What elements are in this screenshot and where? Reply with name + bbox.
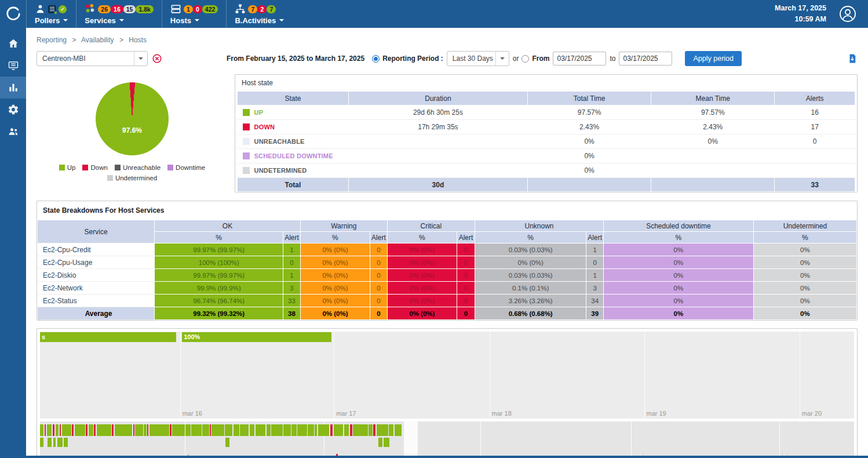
from-label: From — [532, 54, 549, 63]
sidebar-item-home[interactable] — [0, 32, 26, 54]
breadcrumb-separator: > — [119, 36, 123, 44]
state-label: UNREACHABLE — [254, 138, 305, 145]
warning-pct-cell: 0% (0%) — [300, 295, 370, 307]
centreon-logo-icon — [6, 6, 21, 21]
overview-bar — [53, 438, 56, 447]
or-label: or — [513, 54, 519, 63]
col-critical: Critical — [387, 220, 475, 232]
menu-services[interactable]: 2616151.8k Services — [76, 0, 162, 28]
service-cell: Ec2-Status — [38, 295, 155, 307]
breadcrumb-hosts[interactable]: Hosts — [129, 36, 147, 44]
overview-bar — [89, 424, 93, 436]
critical-alert-cell: 0 — [457, 295, 475, 307]
centreon-logo[interactable] — [0, 0, 26, 28]
export-icon[interactable] — [847, 53, 858, 64]
user-menu[interactable] — [826, 0, 868, 28]
downtime-pct-cell: 0% — [604, 295, 754, 307]
sidebar-item-configuration[interactable] — [0, 99, 26, 121]
menu-business-activities[interactable]: 727 B.Activities — [226, 0, 292, 28]
gridline — [490, 332, 490, 419]
state-label: DOWN — [254, 123, 275, 130]
overview-bar — [234, 424, 239, 436]
status-badge: 7 — [248, 5, 257, 13]
apply-period-button[interactable]: Apply period — [685, 51, 742, 66]
ok-alert-cell: 1 — [283, 269, 301, 282]
overview-bar — [40, 438, 43, 447]
service-cell: Ec2-Cpu-Credit — [38, 243, 155, 256]
status-badge: 26 — [98, 5, 111, 13]
select-caret-icon — [134, 52, 147, 66]
business-activities-icon — [235, 3, 246, 14]
legend-swatch — [115, 165, 121, 170]
from-date-input[interactable] — [553, 52, 606, 66]
overview-bar — [112, 424, 114, 436]
overview-bar — [47, 424, 52, 436]
sidebar-item-reporting[interactable] — [0, 77, 26, 99]
menu-pollers[interactable]: ✓ Pollers — [26, 0, 76, 28]
chevron-down-icon — [195, 19, 199, 24]
gridline — [644, 332, 645, 419]
sidebar-item-monitoring[interactable] — [0, 54, 26, 77]
availability-overview-chart[interactable]: fevmaravrmaijui — [40, 421, 854, 458]
reporting-period-radio[interactable] — [372, 55, 380, 63]
overview-bar — [211, 424, 224, 436]
reporting-icon — [8, 82, 19, 93]
legend-swatch — [167, 165, 173, 170]
period-select[interactable]: Last 30 Days — [447, 51, 509, 66]
state-cell: UP — [238, 106, 349, 120]
warning-pct-cell: 0% (0%) — [300, 282, 370, 295]
unknown-pct-cell: 0.03% (0.03%) — [475, 243, 586, 256]
poller-latency-ok-icon: ✓ — [59, 5, 67, 13]
gear-icon — [8, 104, 19, 115]
overview-bar — [271, 424, 283, 436]
custom-period-radio[interactable] — [521, 55, 529, 63]
overview-bar — [318, 424, 330, 436]
col-state: State — [238, 92, 349, 106]
breakdown-service-row: Ec2-Status96.74% (96.74%)330% (0%)00% (0… — [38, 295, 857, 307]
critical-pct-cell: 0% (0%) — [387, 307, 457, 320]
alerts-cell — [775, 163, 855, 178]
overview-bar — [75, 424, 85, 436]
menu-services-label: Services — [85, 16, 116, 25]
sidebar-item-administration[interactable] — [0, 121, 26, 143]
breakdown-average-row: Average99.32% (99.32%)380% (0%)00% (0%)0… — [38, 307, 857, 320]
subcol-pct: % — [155, 232, 283, 243]
menu-hosts[interactable]: 10422 Hosts — [162, 0, 227, 28]
col-scheduled-downtime: Scheduled downtime — [604, 220, 754, 232]
legend-swatch — [59, 165, 65, 170]
downtime-pct-cell: 0% — [604, 256, 754, 269]
unknown-alert-cell: 34 — [586, 295, 604, 307]
breadcrumb-reporting[interactable]: Reporting — [37, 36, 67, 44]
overview-bar — [225, 424, 232, 436]
status-badge: 0 — [193, 5, 202, 13]
subcol-alert: Alert — [283, 232, 301, 243]
breadcrumb-availability[interactable]: Availability — [81, 36, 114, 44]
availability-pie-chart: 97.6% — [96, 82, 169, 155]
duration-cell — [348, 135, 527, 149]
overview-bar — [172, 424, 185, 436]
warning-pct-cell: 0% (0%) — [300, 256, 370, 269]
ok-alert-cell: 33 — [283, 295, 301, 307]
ok-pct-cell: 96.74% (96.74%) — [155, 295, 283, 307]
breakdown-service-row: Ec2-Diskio99.97% (99.97%)10% (0%)00% (0%… — [38, 269, 857, 282]
duration-cell — [348, 163, 527, 178]
service-cell: Ec2-Network — [38, 282, 155, 295]
col-warning: Warning — [300, 220, 387, 232]
overview-bar — [149, 424, 169, 436]
main-content: Reporting > Availability > Hosts Centreo… — [26, 0, 868, 458]
overview-bar — [144, 424, 147, 436]
x-axis-label: mar 16 — [183, 410, 202, 417]
downtime-pct-cell: 0% — [604, 243, 754, 256]
alerts-cell: 16 — [775, 106, 855, 120]
pollers-icon — [35, 3, 46, 14]
state-cell: DOWN — [238, 120, 349, 135]
services-badges: 2616151.8k — [98, 5, 154, 13]
to-date-input[interactable] — [619, 52, 672, 66]
availability-timeline-chart[interactable]: mar 16mar 17mar 18mar 19mar 20s100% — [40, 332, 854, 419]
host-select[interactable]: Centreon-MBI — [37, 51, 148, 66]
people-icon — [8, 126, 19, 137]
overview-bar — [48, 438, 52, 447]
clear-filter-icon[interactable] — [152, 54, 162, 63]
critical-alert-cell: 0 — [457, 307, 475, 320]
x-axis-label: mar 20 — [802, 410, 822, 417]
